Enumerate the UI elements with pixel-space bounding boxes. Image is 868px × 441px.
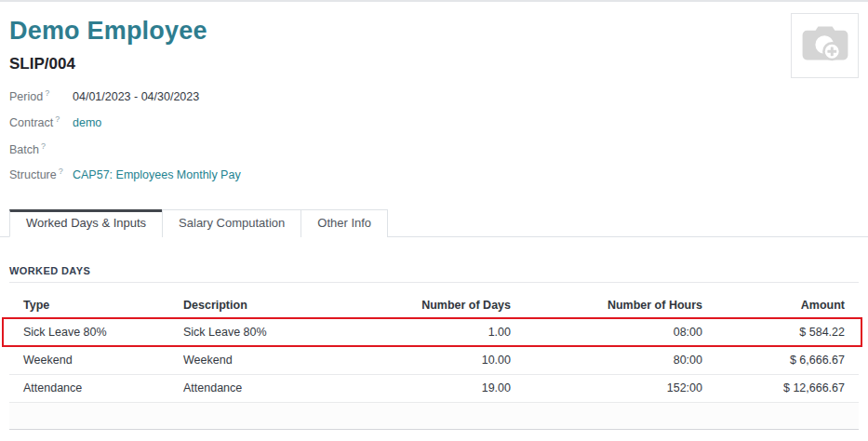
field-value-period[interactable]: 04/01/2023 - 04/30/2023	[73, 90, 199, 103]
field-value-batch[interactable]	[73, 140, 184, 154]
field-label-batch: Batch?	[9, 141, 73, 156]
worked-days-table: Type Description Number of Days Number o…	[9, 294, 859, 441]
employee-photo-upload[interactable]	[791, 13, 859, 78]
field-group: Period? 04/01/2023 - 04/30/2023 Contract…	[9, 88, 859, 193]
cell-hours: 08:00	[526, 319, 717, 346]
worked-days-section-title: WORKED DAYS	[9, 265, 859, 283]
cell-description: Weekend	[183, 347, 358, 374]
col-header-type[interactable]: Type	[9, 294, 183, 318]
tab-salary-computation[interactable]: Salary Computation	[162, 209, 301, 237]
field-label-text: Contract	[9, 116, 53, 129]
cell-days: 1.00	[358, 319, 526, 346]
field-batch: Batch?	[9, 140, 859, 167]
cell-hours: 80:00	[526, 347, 717, 374]
col-header-amount[interactable]: Amount	[717, 294, 859, 318]
field-label-contract: Contract?	[9, 114, 73, 129]
field-label-period: Period?	[9, 88, 73, 103]
field-period: Period? 04/01/2023 - 04/30/2023	[9, 88, 859, 114]
cell-type: Weekend	[9, 347, 183, 374]
cell-type: Attendance	[9, 375, 183, 402]
table-row-sick-leave[interactable]: Sick Leave 80% Sick Leave 80% 1.00 08:00…	[9, 319, 859, 347]
table-row-attendance[interactable]: Attendance Attendance 19.00 152:00 $ 12,…	[9, 375, 859, 403]
payslip-reference: SLIP/004	[9, 55, 859, 74]
table-header-row: Type Description Number of Days Number o…	[9, 294, 859, 319]
field-value-structure-link[interactable]: CAP57: Employees Monthly Pay	[73, 168, 241, 181]
field-value-contract-link[interactable]: demo	[73, 116, 101, 129]
cell-amount: $ 12,666.67	[717, 375, 859, 402]
cell-days: 19.00	[358, 375, 526, 402]
totals-spacer	[183, 436, 358, 441]
field-label-structure: Structure?	[9, 167, 73, 181]
field-contract: Contract? demo	[9, 114, 859, 140]
help-icon: ?	[55, 114, 60, 124]
total-amount: $ 19,917.56	[717, 430, 859, 441]
field-label-text: Batch	[9, 143, 39, 156]
table-row-empty[interactable]	[9, 403, 859, 430]
payslip-form: Demo Employee SLIP/004 Period? 04/01/202…	[0, 0, 868, 441]
table-totals-row: 30.00 240:00 $ 19,917.56	[9, 430, 859, 441]
field-label-text: Period	[9, 90, 43, 103]
help-icon: ?	[41, 141, 46, 151]
table-row-weekend[interactable]: Weekend Weekend 10.00 80:00 $ 6,666.67	[9, 347, 859, 375]
tab-other-info[interactable]: Other Info	[300, 209, 388, 237]
notebook-tabs: Worked Days & Inputs Salary Computation …	[0, 209, 868, 237]
cell-amount: $ 6,666.67	[717, 347, 859, 374]
tab-worked-days-inputs[interactable]: Worked Days & Inputs	[9, 209, 163, 237]
field-structure: Structure? CAP57: Employees Monthly Pay	[9, 167, 859, 193]
cell-type: Sick Leave 80%	[9, 319, 183, 346]
total-days: 30.00	[358, 430, 526, 441]
help-icon: ?	[45, 88, 49, 98]
col-header-days[interactable]: Number of Days	[358, 294, 526, 318]
field-label-text: Structure	[9, 168, 57, 181]
camera-plus-icon	[801, 24, 849, 67]
col-header-description[interactable]: Description	[183, 294, 358, 318]
cell-days: 10.00	[358, 347, 526, 374]
total-hours: 240:00	[526, 430, 717, 441]
cell-description: Sick Leave 80%	[183, 319, 358, 346]
cell-description: Attendance	[183, 375, 358, 402]
totals-spacer	[9, 436, 183, 441]
col-header-hours[interactable]: Number of Hours	[526, 294, 717, 318]
cell-amount: $ 584.22	[717, 319, 859, 346]
cell-hours: 152:00	[526, 375, 717, 402]
help-icon: ?	[59, 167, 63, 176]
page-title[interactable]: Demo Employee	[9, 17, 859, 46]
